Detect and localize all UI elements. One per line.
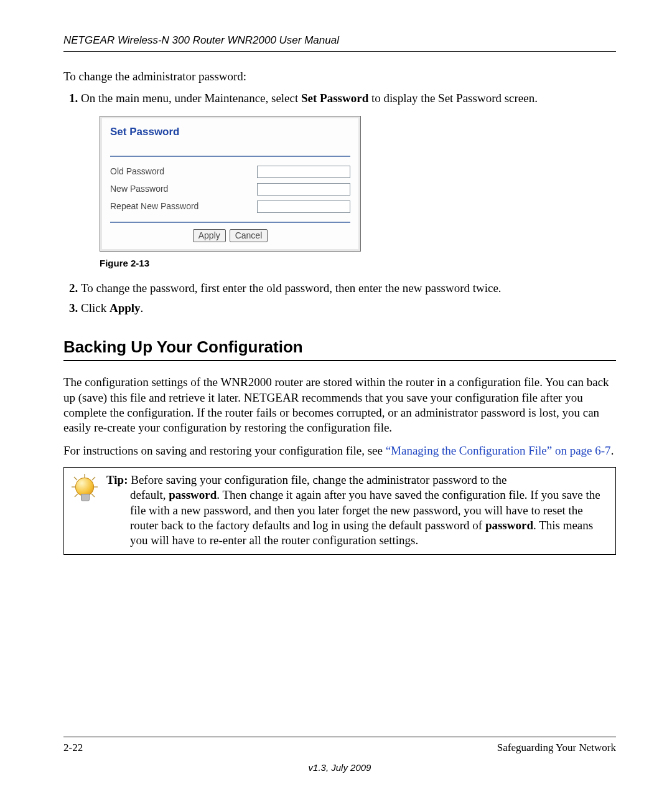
label-repeat-password: Repeat New Password bbox=[110, 198, 227, 215]
footer-page-number: 2-22 bbox=[63, 741, 83, 755]
instruction-list: On the main menu, under Maintenance, sel… bbox=[63, 91, 616, 316]
tip-line1: Before saving your configuration file, c… bbox=[128, 473, 507, 486]
para2-post: . bbox=[611, 444, 614, 457]
step1-post: to display the Set Password screen. bbox=[368, 92, 538, 105]
para-config-ref: For instructions on saving and restoring… bbox=[63, 443, 616, 458]
set-password-screenshot: Set Password Old Password New Password R… bbox=[100, 116, 361, 252]
tip-2b: password bbox=[169, 488, 217, 501]
tip-box: Tip: Before saving your configuration fi… bbox=[63, 467, 616, 555]
row-new-password: New Password bbox=[110, 181, 350, 198]
tip-2d: password bbox=[485, 519, 533, 532]
input-old-password[interactable] bbox=[257, 166, 350, 178]
svg-line-1 bbox=[74, 477, 77, 480]
figure-divider-bottom bbox=[110, 222, 350, 223]
running-header: NETGEAR Wireless-N 300 Router WNR2000 Us… bbox=[63, 34, 616, 52]
svg-line-2 bbox=[92, 477, 95, 480]
step3-bold: Apply bbox=[110, 301, 141, 314]
intro-text: To change the administrator password: bbox=[63, 69, 616, 85]
row-old-password: Old Password bbox=[110, 163, 350, 181]
para-config-intro: The configuration settings of the WNR200… bbox=[63, 375, 616, 435]
row-repeat-password: Repeat New Password bbox=[110, 198, 350, 215]
link-managing-config[interactable]: “Managing the Configuration File” on pag… bbox=[386, 444, 611, 457]
label-new-password: New Password bbox=[110, 181, 227, 198]
step-2: To change the password, first enter the … bbox=[81, 281, 616, 296]
lightbulb-icon bbox=[70, 473, 99, 506]
step3-pre: Click bbox=[81, 301, 110, 314]
input-repeat-password[interactable] bbox=[257, 201, 350, 213]
figure-panel-title: Set Password bbox=[110, 125, 350, 138]
step3-post: . bbox=[141, 301, 144, 314]
step1-bold: Set Password bbox=[301, 92, 368, 105]
figure-button-row: Apply Cancel bbox=[110, 229, 350, 243]
section-heading: Backing Up Your Configuration bbox=[63, 337, 616, 362]
cancel-button[interactable]: Cancel bbox=[230, 229, 268, 243]
page-footer: 2-22 Safeguarding Your Network v1.3, Jul… bbox=[63, 737, 616, 773]
step1-pre: On the main menu, under Maintenance, sel… bbox=[81, 92, 301, 105]
footer-version: v1.3, July 2009 bbox=[63, 762, 616, 774]
svg-line-5 bbox=[75, 494, 78, 497]
input-new-password[interactable] bbox=[257, 183, 350, 196]
para2-pre: For instructions on saving and restoring… bbox=[63, 444, 386, 457]
figure-container: Set Password Old Password New Password R… bbox=[100, 116, 616, 252]
tip-2a: default, bbox=[130, 488, 169, 501]
figure-divider-top bbox=[110, 156, 350, 157]
figure-caption: Figure 2-13 bbox=[100, 258, 616, 270]
footer-chapter: Safeguarding Your Network bbox=[497, 741, 616, 755]
svg-line-6 bbox=[91, 494, 95, 497]
step-1: On the main menu, under Maintenance, sel… bbox=[81, 91, 616, 270]
label-old-password: Old Password bbox=[110, 163, 227, 181]
tip-label: Tip: bbox=[106, 473, 128, 486]
tip-text: Tip: Before saving your configuration fi… bbox=[106, 473, 609, 549]
password-table: Old Password New Password Repeat New Pas… bbox=[110, 163, 350, 215]
step-3: Click Apply. bbox=[81, 301, 616, 316]
apply-button[interactable]: Apply bbox=[193, 229, 226, 243]
